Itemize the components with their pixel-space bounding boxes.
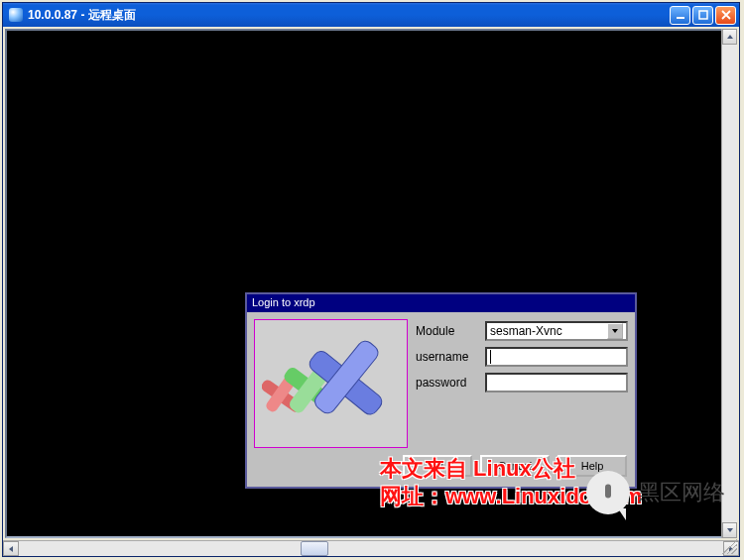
xrdp-login-dialog: Login to xrdp xyxy=(245,292,637,489)
maximize-button[interactable] xyxy=(692,6,713,25)
dropdown-button[interactable] xyxy=(607,323,623,339)
window-controls xyxy=(670,6,736,25)
dialog-buttons: OK Cancel Help xyxy=(247,455,635,487)
window-title: 10.0.0.87 - 远程桌面 xyxy=(28,7,670,24)
arrow-up-icon xyxy=(726,33,734,41)
password-label: password xyxy=(416,376,485,390)
username-label: username xyxy=(416,350,485,364)
arrow-left-icon xyxy=(7,545,15,553)
dialog-title[interactable]: Login to xrdp xyxy=(247,294,635,312)
close-icon xyxy=(721,10,731,20)
xrdp-logo-icon xyxy=(262,324,401,443)
svg-rect-0 xyxy=(677,17,684,19)
v-scroll-track[interactable] xyxy=(722,45,737,522)
cancel-button[interactable]: Cancel xyxy=(480,455,550,477)
module-select[interactable]: sesman-Xvnc xyxy=(485,321,628,341)
module-row: Module sesman-Xvnc xyxy=(416,321,628,341)
horizontal-scrollbar[interactable] xyxy=(3,540,739,556)
vertical-scrollbar[interactable] xyxy=(721,29,737,538)
password-input[interactable] xyxy=(485,373,628,392)
h-scroll-thumb[interactable] xyxy=(301,541,328,556)
ok-button[interactable]: OK xyxy=(403,455,472,477)
close-button[interactable] xyxy=(715,6,736,25)
h-scroll-track[interactable] xyxy=(19,541,723,556)
dialog-body: Module sesman-Xvnc username xyxy=(247,312,635,455)
svg-rect-1 xyxy=(699,11,707,19)
maximize-icon xyxy=(698,10,708,20)
resize-grip[interactable] xyxy=(722,539,737,554)
arrow-down-icon xyxy=(726,526,734,534)
scroll-up-button[interactable] xyxy=(722,29,737,45)
username-input[interactable] xyxy=(485,347,628,367)
username-row: username xyxy=(416,347,628,367)
minimize-button[interactable] xyxy=(670,6,690,25)
rdp-icon xyxy=(9,8,23,22)
xrdp-logo-box xyxy=(254,319,408,448)
remote-desktop-window: 10.0.0.87 - 远程桌面 Login to xrdp xyxy=(2,2,740,557)
password-row: password xyxy=(416,373,628,392)
help-button[interactable]: Help xyxy=(558,455,627,477)
remote-session-area: Login to xrdp xyxy=(5,29,737,538)
login-form: Module sesman-Xvnc username xyxy=(416,319,628,448)
window-titlebar[interactable]: 10.0.0.87 - 远程桌面 xyxy=(3,3,739,27)
scroll-down-button[interactable] xyxy=(722,522,737,538)
text-cursor xyxy=(490,350,491,364)
minimize-icon xyxy=(676,10,685,20)
chevron-down-icon xyxy=(611,327,619,335)
scroll-left-button[interactable] xyxy=(3,541,19,556)
module-value: sesman-Xvnc xyxy=(490,324,562,338)
module-label: Module xyxy=(416,324,485,338)
